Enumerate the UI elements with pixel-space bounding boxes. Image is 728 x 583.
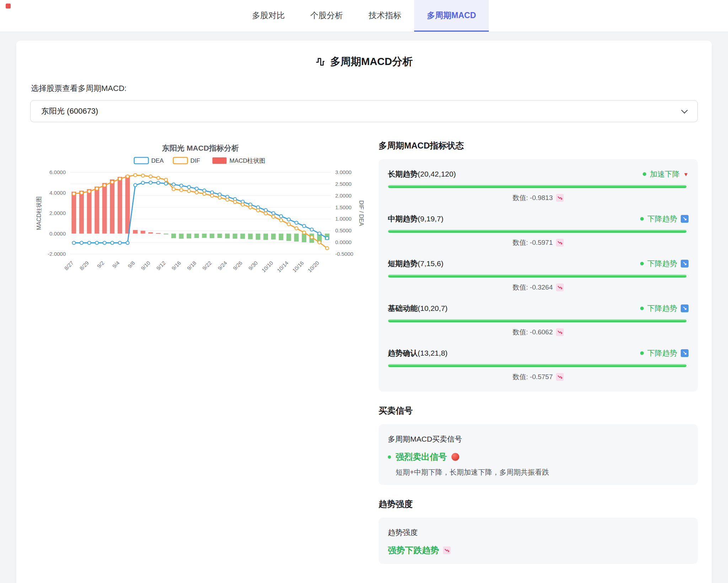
stock-select-label: 选择股票查看多周期MACD: [31, 83, 698, 94]
svg-text:2.5000: 2.5000 [335, 181, 352, 187]
indicator-state-label: 下降趋势 [647, 303, 677, 313]
svg-text:10/16: 10/16 [291, 260, 305, 274]
indicator-name: 中期趋势(9,19,7) [388, 214, 443, 224]
indicator-value: 数值: -0.5757 [388, 372, 689, 382]
tab-multi-period-macd[interactable]: 多周期MACD [414, 0, 489, 32]
indicator-name: 短期趋势(7,15,6) [388, 259, 443, 269]
stock-select-value: 东阳光 (600673) [41, 106, 98, 117]
chart-decreasing-icon [556, 194, 564, 202]
signal-card-title: 多周期MACD买卖信号 [388, 434, 689, 444]
indicator-header: 基础动能(10,20,7) 下降趋势 ↘ [388, 303, 689, 313]
svg-text:0.5000: 0.5000 [335, 227, 352, 233]
svg-text:0.0000: 0.0000 [335, 239, 352, 245]
svg-text:9/2: 9/2 [96, 260, 105, 269]
down-right-arrow-icon: ↘ [681, 215, 689, 223]
svg-text:2.0000: 2.0000 [335, 193, 352, 199]
down-right-arrow-icon: ↘ [681, 260, 689, 268]
svg-text:1.5000: 1.5000 [335, 204, 352, 210]
svg-text:10/10: 10/10 [261, 260, 274, 274]
svg-text:1.0000: 1.0000 [335, 216, 352, 222]
indicator-state: 加速下降 ▼ [643, 169, 689, 179]
indicator-value: 数值: -0.5971 [388, 238, 689, 247]
indicator-state: 下降趋势 ↘ [640, 348, 689, 358]
svg-text:10/20: 10/20 [306, 260, 320, 274]
chart-decreasing-icon [556, 373, 564, 381]
status-column: 多周期MACD指标状态 长期趋势(20,42,120) 加速下降 ▼ 数值: -… [379, 139, 698, 577]
macd-chart[interactable]: -0.50000.00000.50001.00001.50002.00002.5… [30, 139, 364, 291]
chart-decreasing-icon [556, 328, 564, 336]
indicator-row: 中期趋势(9,19,7) 下降趋势 ↘ 数值: -0.5971 [388, 214, 689, 247]
svg-text:9/8: 9/8 [127, 260, 136, 269]
svg-text:东阳光 MACD指标分析: 东阳光 MACD指标分析 [162, 144, 239, 152]
indicator-progress-track [388, 185, 689, 188]
svg-text:9/22: 9/22 [201, 260, 213, 271]
indicator-value-label: 数值: -0.5971 [513, 238, 553, 247]
chart-decreasing-icon [556, 284, 564, 291]
down-right-arrow-icon: ↘ [681, 349, 689, 357]
trend-strength-text: 强势下跌趋势 [388, 545, 439, 556]
tab-technical-indicators[interactable]: 技术指标 [356, 0, 414, 32]
indicator-progress-track [388, 319, 689, 323]
svg-text:6.0000: 6.0000 [49, 169, 66, 175]
page-title: 多周期MACD分析 [30, 55, 698, 69]
svg-text:9/30: 9/30 [247, 260, 259, 271]
main-card: 多周期MACD分析 选择股票查看多周期MACD: 东阳光 (600673) -0… [16, 41, 712, 583]
indicator-header: 中期趋势(9,19,7) 下降趋势 ↘ [388, 214, 689, 224]
content-columns: -0.50000.00000.50001.00001.50002.00002.5… [30, 139, 698, 577]
indicator-name: 基础动能(10,20,7) [388, 303, 448, 313]
signal-description: 短期+中期下降，长期加速下降，多周期共振看跌 [388, 468, 689, 477]
indicator-value-label: 数值: -0.3264 [513, 283, 553, 292]
indicator-progress-track [388, 364, 689, 367]
indicator-state-label: 下降趋势 [647, 214, 677, 224]
indicator-state: 下降趋势 ↘ [640, 214, 689, 224]
svg-text:3.0000: 3.0000 [335, 169, 352, 175]
indicator-value: 数值: -0.6062 [388, 328, 689, 337]
indicator-name: 长期趋势(20,42,120) [388, 169, 456, 179]
svg-text:8/29: 8/29 [78, 260, 90, 271]
svg-text:9/26: 9/26 [232, 260, 243, 271]
svg-text:9/10: 9/10 [140, 260, 151, 271]
indicator-value: 数值: -0.9813 [388, 193, 689, 203]
green-dot-icon [643, 172, 646, 176]
svg-text:8/27: 8/27 [63, 260, 75, 271]
indicators-panel: 长期趋势(20,42,120) 加速下降 ▼ 数值: -0.9813 中期趋势(… [379, 159, 698, 392]
indicator-progress-fill [388, 364, 686, 367]
green-dot-icon [640, 307, 644, 310]
top-navigation: 多股对比 个股分析 技术指标 多周期MACD [0, 0, 728, 32]
indicator-row: 趋势确认(13,21,8) 下降趋势 ↘ 数值: -0.5757 [388, 348, 689, 382]
indicator-header: 趋势确认(13,21,8) 下降趋势 ↘ [388, 348, 689, 358]
indicator-name: 趋势确认(13,21,8) [388, 348, 448, 358]
indicator-state-label: 下降趋势 [647, 259, 677, 269]
red-circle-icon [451, 453, 459, 461]
sell-signal-text: 强烈卖出信号 [396, 451, 447, 463]
status-heading: 多周期MACD指标状态 [379, 140, 698, 151]
trend-panel: 趋势强度 强势下跌趋势 [379, 518, 698, 564]
indicator-progress-track [388, 274, 689, 278]
green-dot-icon [640, 351, 644, 355]
indicator-state-label: 下降趋势 [647, 348, 677, 358]
triangle-down-icon: ▼ [683, 171, 689, 177]
chart-decreasing-icon [556, 239, 564, 247]
signal-heading: 买卖信号 [379, 405, 698, 416]
signal-row: 强烈卖出信号 [388, 451, 689, 463]
svg-text:-0.5000: -0.5000 [335, 251, 353, 257]
green-dot-icon [640, 262, 644, 265]
trend-heading: 趋势强度 [379, 498, 698, 510]
green-dot-icon [640, 217, 644, 221]
tab-multi-stock-compare[interactable]: 多股对比 [239, 0, 298, 32]
indicator-progress-fill [388, 275, 686, 277]
chevron-down-icon [681, 107, 687, 113]
green-dot-icon [388, 455, 391, 459]
svg-text:9/12: 9/12 [155, 260, 167, 271]
stock-select[interactable]: 东阳光 (600673) [30, 100, 698, 122]
indicator-state: 下降趋势 ↘ [640, 259, 689, 269]
indicator-progress-fill [388, 185, 686, 188]
indicator-value: 数值: -0.3264 [388, 283, 689, 292]
indicator-value-label: 数值: -0.9813 [513, 193, 553, 203]
chart-decreasing-icon [443, 546, 451, 554]
tab-single-stock-analysis[interactable]: 个股分析 [298, 0, 356, 32]
indicator-row: 长期趋势(20,42,120) 加速下降 ▼ 数值: -0.9813 [388, 169, 689, 203]
pulse-wave-icon [315, 57, 325, 67]
logo-dot [6, 4, 11, 9]
indicator-header: 长期趋势(20,42,120) 加速下降 ▼ [388, 169, 689, 179]
